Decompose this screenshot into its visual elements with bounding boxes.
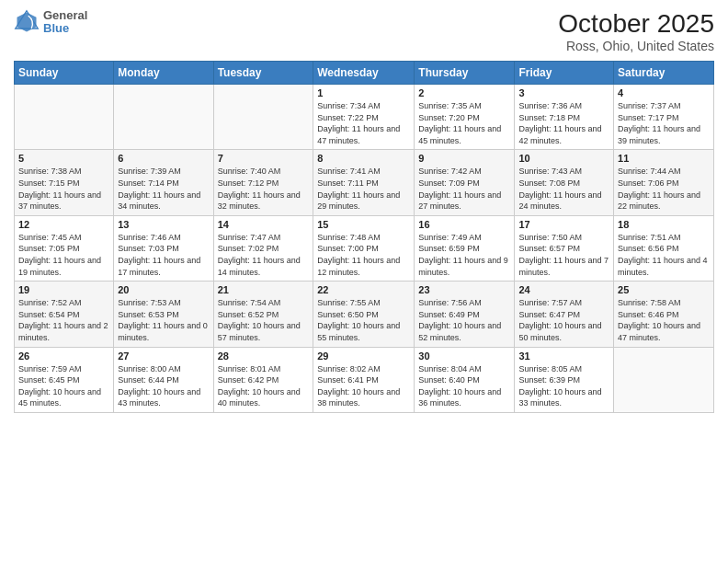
- calendar-cell: [15, 85, 114, 150]
- day-number: 24: [518, 284, 609, 295]
- day-info: Sunrise: 7:47 AM Sunset: 7:02 PM Dayligh…: [218, 232, 310, 278]
- calendar-cell: 15Sunrise: 7:48 AM Sunset: 7:00 PM Dayli…: [313, 215, 415, 281]
- calendar-cell: [114, 85, 213, 150]
- calendar-cell: 9Sunrise: 7:42 AM Sunset: 7:09 PM Daylig…: [415, 150, 515, 215]
- calendar-table: SundayMondayTuesdayWednesdayThursdayFrid…: [14, 61, 714, 413]
- day-number: 1: [317, 87, 410, 98]
- day-number: 15: [317, 219, 410, 230]
- calendar-week-1: 5Sunrise: 7:38 AM Sunset: 7:15 PM Daylig…: [15, 150, 714, 215]
- calendar-cell: 11Sunrise: 7:44 AM Sunset: 7:06 PM Dayli…: [614, 150, 714, 215]
- day-info: Sunrise: 7:56 AM Sunset: 6:49 PM Dayligh…: [418, 297, 510, 343]
- day-info: Sunrise: 7:59 AM Sunset: 6:45 PM Dayligh…: [18, 363, 109, 409]
- day-header-sunday: Sunday: [15, 62, 114, 85]
- calendar-cell: 21Sunrise: 7:54 AM Sunset: 6:52 PM Dayli…: [213, 282, 313, 347]
- day-info: Sunrise: 7:51 AM Sunset: 6:56 PM Dayligh…: [618, 232, 710, 278]
- calendar-cell: 1Sunrise: 7:34 AM Sunset: 7:22 PM Daylig…: [313, 85, 415, 150]
- calendar-title: October 2025: [558, 9, 714, 39]
- calendar-cell: 6Sunrise: 7:39 AM Sunset: 7:14 PM Daylig…: [114, 150, 213, 215]
- day-number: 23: [418, 284, 510, 295]
- day-number: 2: [418, 87, 510, 98]
- day-header-wednesday: Wednesday: [313, 62, 415, 85]
- day-number: 22: [317, 284, 410, 295]
- day-number: 3: [518, 87, 609, 98]
- day-number: 7: [218, 153, 310, 164]
- day-number: 11: [618, 153, 710, 164]
- day-info: Sunrise: 7:34 AM Sunset: 7:22 PM Dayligh…: [317, 100, 410, 146]
- day-info: Sunrise: 7:58 AM Sunset: 6:46 PM Dayligh…: [618, 297, 710, 343]
- day-number: 8: [317, 153, 410, 164]
- day-number: 9: [418, 153, 510, 164]
- day-info: Sunrise: 7:57 AM Sunset: 6:47 PM Dayligh…: [518, 297, 609, 343]
- calendar-cell: 8Sunrise: 7:41 AM Sunset: 7:11 PM Daylig…: [313, 150, 415, 215]
- day-number: 6: [118, 153, 209, 164]
- day-number: 27: [118, 350, 209, 362]
- calendar-cell: [614, 347, 714, 412]
- day-info: Sunrise: 7:45 AM Sunset: 7:05 PM Dayligh…: [18, 232, 109, 278]
- day-number: 31: [518, 350, 609, 362]
- calendar-week-4: 26Sunrise: 7:59 AM Sunset: 6:45 PM Dayli…: [15, 347, 714, 412]
- day-info: Sunrise: 7:55 AM Sunset: 6:50 PM Dayligh…: [317, 297, 410, 343]
- day-number: 28: [218, 350, 310, 362]
- calendar-cell: 13Sunrise: 7:46 AM Sunset: 7:03 PM Dayli…: [114, 215, 213, 281]
- day-number: 16: [418, 219, 510, 230]
- day-info: Sunrise: 8:05 AM Sunset: 6:39 PM Dayligh…: [518, 363, 609, 409]
- logo-icon: [14, 9, 40, 35]
- day-number: 17: [518, 219, 609, 230]
- calendar-cell: 10Sunrise: 7:43 AM Sunset: 7:08 PM Dayli…: [515, 150, 614, 215]
- day-info: Sunrise: 8:00 AM Sunset: 6:44 PM Dayligh…: [118, 363, 209, 409]
- day-info: Sunrise: 7:42 AM Sunset: 7:09 PM Dayligh…: [418, 166, 510, 212]
- day-header-thursday: Thursday: [415, 62, 515, 85]
- day-info: Sunrise: 7:40 AM Sunset: 7:12 PM Dayligh…: [218, 166, 310, 212]
- calendar-cell: 31Sunrise: 8:05 AM Sunset: 6:39 PM Dayli…: [515, 347, 614, 412]
- day-info: Sunrise: 7:39 AM Sunset: 7:14 PM Dayligh…: [118, 166, 209, 212]
- day-number: 4: [618, 87, 710, 98]
- day-header-monday: Monday: [114, 62, 213, 85]
- calendar-cell: 4Sunrise: 7:37 AM Sunset: 7:17 PM Daylig…: [614, 85, 714, 150]
- day-number: 29: [317, 350, 410, 362]
- calendar-cell: 25Sunrise: 7:58 AM Sunset: 6:46 PM Dayli…: [614, 282, 714, 347]
- calendar-cell: 16Sunrise: 7:49 AM Sunset: 6:59 PM Dayli…: [415, 215, 515, 281]
- calendar-cell: 19Sunrise: 7:52 AM Sunset: 6:54 PM Dayli…: [15, 282, 114, 347]
- calendar-cell: 12Sunrise: 7:45 AM Sunset: 7:05 PM Dayli…: [15, 215, 114, 281]
- calendar-cell: 18Sunrise: 7:51 AM Sunset: 6:56 PM Dayli…: [614, 215, 714, 281]
- calendar-subtitle: Ross, Ohio, United States: [558, 39, 714, 53]
- header: General Blue October 2025 Ross, Ohio, Un…: [14, 9, 714, 53]
- day-number: 5: [18, 153, 109, 164]
- day-info: Sunrise: 7:38 AM Sunset: 7:15 PM Dayligh…: [18, 166, 109, 212]
- calendar-cell: 23Sunrise: 7:56 AM Sunset: 6:49 PM Dayli…: [415, 282, 515, 347]
- day-number: 13: [118, 219, 209, 230]
- logo: General Blue: [14, 9, 87, 36]
- day-info: Sunrise: 7:35 AM Sunset: 7:20 PM Dayligh…: [418, 100, 510, 146]
- calendar-cell: 5Sunrise: 7:38 AM Sunset: 7:15 PM Daylig…: [15, 150, 114, 215]
- day-number: 30: [418, 350, 510, 362]
- day-number: 25: [618, 284, 710, 295]
- day-info: Sunrise: 7:41 AM Sunset: 7:11 PM Dayligh…: [317, 166, 410, 212]
- day-number: 18: [618, 219, 710, 230]
- day-header-tuesday: Tuesday: [213, 62, 313, 85]
- day-info: Sunrise: 8:02 AM Sunset: 6:41 PM Dayligh…: [317, 363, 410, 409]
- day-info: Sunrise: 7:44 AM Sunset: 7:06 PM Dayligh…: [618, 166, 710, 212]
- calendar-cell: 20Sunrise: 7:53 AM Sunset: 6:53 PM Dayli…: [114, 282, 213, 347]
- day-info: Sunrise: 7:53 AM Sunset: 6:53 PM Dayligh…: [118, 297, 209, 343]
- day-info: Sunrise: 8:01 AM Sunset: 6:42 PM Dayligh…: [218, 363, 310, 409]
- day-info: Sunrise: 7:36 AM Sunset: 7:18 PM Dayligh…: [518, 100, 609, 146]
- calendar-cell: 30Sunrise: 8:04 AM Sunset: 6:40 PM Dayli…: [415, 347, 515, 412]
- logo-line2: Blue: [43, 22, 87, 35]
- calendar-cell: 28Sunrise: 8:01 AM Sunset: 6:42 PM Dayli…: [213, 347, 313, 412]
- calendar-cell: 14Sunrise: 7:47 AM Sunset: 7:02 PM Dayli…: [213, 215, 313, 281]
- logo-line1: General: [43, 9, 87, 22]
- calendar-cell: 2Sunrise: 7:35 AM Sunset: 7:20 PM Daylig…: [415, 85, 515, 150]
- day-number: 26: [18, 350, 109, 362]
- calendar-week-2: 12Sunrise: 7:45 AM Sunset: 7:05 PM Dayli…: [15, 215, 714, 281]
- day-number: 10: [518, 153, 609, 164]
- calendar-cell: [213, 85, 313, 150]
- day-info: Sunrise: 7:48 AM Sunset: 7:00 PM Dayligh…: [317, 232, 410, 278]
- calendar-week-3: 19Sunrise: 7:52 AM Sunset: 6:54 PM Dayli…: [15, 282, 714, 347]
- day-info: Sunrise: 7:37 AM Sunset: 7:17 PM Dayligh…: [618, 100, 710, 146]
- calendar-header-row: SundayMondayTuesdayWednesdayThursdayFrid…: [15, 62, 714, 85]
- day-info: Sunrise: 7:52 AM Sunset: 6:54 PM Dayligh…: [18, 297, 109, 343]
- day-info: Sunrise: 7:54 AM Sunset: 6:52 PM Dayligh…: [218, 297, 310, 343]
- calendar-cell: 29Sunrise: 8:02 AM Sunset: 6:41 PM Dayli…: [313, 347, 415, 412]
- day-number: 12: [18, 219, 109, 230]
- calendar-cell: 3Sunrise: 7:36 AM Sunset: 7:18 PM Daylig…: [515, 85, 614, 150]
